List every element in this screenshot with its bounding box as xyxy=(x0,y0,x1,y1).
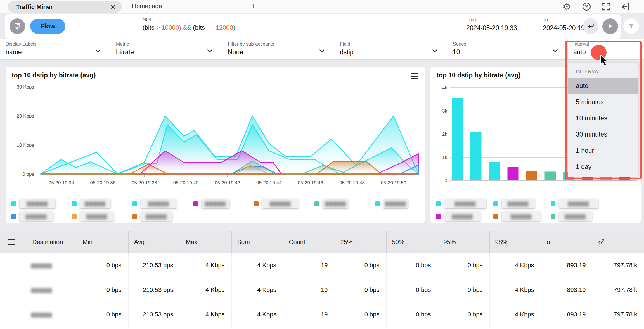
tab-homepage[interactable]: Homepage xyxy=(132,3,162,10)
chart-menu-button[interactable] xyxy=(411,72,418,80)
filter-display-labels[interactable]: Display Labelsname xyxy=(0,39,110,59)
filter-label: Display Labels xyxy=(6,41,110,47)
filter-value: name xyxy=(6,48,110,56)
svg-text:1k: 1k xyxy=(442,155,447,160)
cell-p98: 4 Kbps xyxy=(489,253,541,278)
destination-cell-redacted: ▇▇▇▇▇ xyxy=(27,302,77,327)
interval-dropdown: INTERVAL auto5 minutes10 minutes30 minut… xyxy=(568,63,638,177)
legend-swatch xyxy=(493,201,498,206)
column-header-max[interactable]: Max xyxy=(180,231,231,253)
save-button[interactable] xyxy=(10,18,25,34)
bar-2 xyxy=(470,132,482,180)
redacted-text: ▇▇▇▇▇ xyxy=(452,214,473,220)
table-menu-button[interactable] xyxy=(0,231,27,253)
legend-swatch xyxy=(314,201,319,206)
legend-item[interactable]: ▇▇▇▇▇ xyxy=(132,212,172,221)
cell-avg: 210.53 bps xyxy=(128,253,180,278)
column-header-destination[interactable]: Destination xyxy=(27,231,77,253)
from-value[interactable]: 2024-05-20 19:33 xyxy=(466,24,517,32)
from-datetime[interactable]: From 2024-05-20 19:33 xyxy=(466,17,517,32)
legend-item[interactable]: ▇▇▇▇▇ xyxy=(11,199,55,208)
cell-avg: 210.53 bps xyxy=(128,302,180,327)
svg-text:2k: 2k xyxy=(442,132,447,137)
chevron-down-icon xyxy=(319,49,325,54)
filter-value: bitrate xyxy=(116,48,222,56)
column-header-σ[interactable]: σ2 xyxy=(593,231,644,253)
filter-series[interactable]: Series10 xyxy=(447,39,568,59)
redacted-text: ▇▇▇▇▇ xyxy=(86,214,107,220)
legend-swatch xyxy=(11,214,16,219)
filter-label: Field xyxy=(340,41,447,47)
legend-label-redacted: ▇▇▇▇▇ xyxy=(559,199,598,208)
settings-button[interactable]: ⚙ xyxy=(561,1,572,12)
redacted-text: ▇▇▇▇▇ xyxy=(146,214,167,220)
cell-max: 4 Kbps xyxy=(180,278,231,302)
dropdown-header: INTERVAL xyxy=(568,67,638,78)
legend-item[interactable]: ▇▇▇▇▇ xyxy=(193,199,229,208)
legend-label-redacted: ▇▇▇▇▇ xyxy=(502,212,541,221)
legend-item[interactable]: ▇▇▇▇▇ xyxy=(551,212,592,221)
nql-token: 10000 xyxy=(162,24,179,31)
legend-item[interactable]: ▇▇▇▇▇ xyxy=(72,199,110,208)
dropdown-option-10-minutes[interactable]: 10 minutes xyxy=(568,110,638,126)
play-icon xyxy=(606,22,614,30)
filter-interval[interactable]: Intervalauto xyxy=(568,39,644,59)
legend-item[interactable]: ▇▇▇▇▇ xyxy=(132,199,177,208)
legend-swatch xyxy=(132,201,137,206)
legend-swatch xyxy=(551,201,555,206)
dropdown-option-1-day[interactable]: 1 day xyxy=(568,159,638,175)
dropdown-option-30-minutes[interactable]: 30 minutes xyxy=(568,126,638,142)
legend-item[interactable]: ▇▇▇▇▇ xyxy=(493,212,541,221)
legend-item[interactable]: ▇▇▇▇▇ xyxy=(254,199,299,208)
results-table: DestinationMinAvgMaxSumCount25%50%95%98%… xyxy=(0,231,644,329)
fullscreen-button[interactable] xyxy=(600,1,612,12)
cell-avg: 210.53 bps xyxy=(128,278,180,302)
legend-item[interactable]: ▇▇▇▇▇ xyxy=(493,199,535,208)
column-header-50-[interactable]: 50% xyxy=(386,231,438,253)
run-query-button[interactable] xyxy=(602,18,618,34)
legend-item[interactable]: ▇▇▇▇▇ xyxy=(436,212,481,221)
svg-text:05-20 19:36: 05-20 19:36 xyxy=(90,180,116,185)
legend-item[interactable]: ▇▇▇▇▇ xyxy=(11,212,53,221)
help-button[interactable]: ? xyxy=(581,1,592,12)
filter-field[interactable]: Fielddstip xyxy=(334,39,447,59)
column-header-avg[interactable]: Avg xyxy=(128,231,180,253)
legend-item[interactable]: ▇▇▇▇▇ xyxy=(314,199,349,208)
apply-query-button[interactable] xyxy=(583,18,598,34)
column-header-count[interactable]: Count xyxy=(283,231,335,253)
back-to-bar-icon xyxy=(621,3,630,11)
redacted-text: ▇▇▇▇▇ xyxy=(325,201,346,207)
new-tab-button[interactable]: + xyxy=(251,1,256,11)
column-header-σ[interactable]: σ xyxy=(541,231,593,253)
column-header-98-[interactable]: 98% xyxy=(489,231,541,253)
bar-10 xyxy=(619,177,630,180)
legend-swatch xyxy=(72,201,77,206)
collapse-button[interactable] xyxy=(620,1,631,12)
query-bar: Flow NQL (bits > 10000) && (bits == 1200… xyxy=(5,14,621,39)
legend-item[interactable]: ▇▇▇▇▇ xyxy=(72,212,114,221)
chart-legend: ▇▇▇▇▇▇▇▇▇▇▇▇▇▇▇▇▇▇▇▇▇▇▇▇▇▇▇▇▇▇ xyxy=(436,199,635,221)
dropdown-option-1-hour[interactable]: 1 hour xyxy=(568,142,638,159)
column-header-min[interactable]: Min xyxy=(77,231,128,253)
column-header-sum[interactable]: Sum xyxy=(231,231,283,253)
legend-item[interactable]: ▇▇▇▇▇ xyxy=(551,199,598,208)
dropdown-option-auto[interactable]: auto xyxy=(568,78,638,94)
flow-button[interactable]: Flow xyxy=(30,19,65,34)
legend-label-redacted: ▇▇▇▇▇ xyxy=(444,199,486,208)
column-header-25-[interactable]: 25% xyxy=(335,231,386,253)
cell-sum: 4 Kbps xyxy=(231,253,283,278)
divider xyxy=(452,3,452,10)
column-header-95-[interactable]: 95% xyxy=(438,231,489,253)
nql-query-input[interactable]: (bits > 10000) && (bits == 12000) xyxy=(143,24,235,31)
dropdown-option-5-minutes[interactable]: 5 minutes xyxy=(568,94,638,110)
filter-button[interactable] xyxy=(623,18,639,34)
legend-item[interactable]: ▇▇▇▇▇ xyxy=(375,199,408,208)
legend-item[interactable]: ▇▇▇▇▇ xyxy=(436,199,486,208)
tab-traffic-miner[interactable]: Traffic Miner ✕ xyxy=(8,1,122,13)
filter-value: 10 xyxy=(453,48,567,56)
filter-metric[interactable]: Metricbitrate xyxy=(110,39,222,59)
from-label: From xyxy=(466,17,517,23)
filter-filter-by-sub-accounts[interactable]: Filter by sub-accountsNone xyxy=(222,39,334,59)
redacted-text: ▇▇▇▇▇ xyxy=(27,201,48,207)
close-icon[interactable]: ✕ xyxy=(110,4,116,10)
